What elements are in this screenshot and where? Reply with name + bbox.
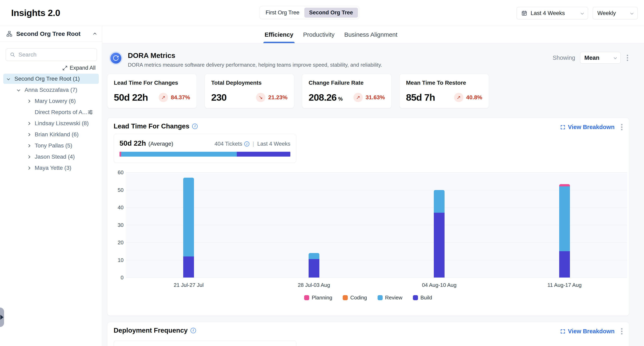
view-breakdown-link[interactable]: View Breakdown — [560, 328, 614, 335]
collapse-sidebar-chevron-up-icon[interactable] — [93, 33, 96, 36]
dora-menu-button[interactable] — [626, 53, 630, 62]
bar-segment-build[interactable] — [183, 256, 194, 278]
tree-item[interactable]: Second Org Tree Root (1) — [3, 74, 99, 84]
legend-label: Review — [385, 295, 402, 301]
chevron-down-icon — [614, 56, 617, 59]
trend-delta: 40.8% — [466, 94, 482, 101]
bar-segment-planning[interactable] — [559, 184, 570, 186]
org-tree-toggle-option[interactable]: Second Org Tree — [304, 8, 358, 18]
sliders-icon[interactable] — [88, 109, 93, 117]
tree-item[interactable]: Brian Kirkland (6) — [3, 130, 99, 140]
tree-item[interactable]: Anna Scozzafava (7) — [3, 85, 99, 95]
trend-up-arrow-icon: ↗ — [159, 93, 168, 102]
tab-productivity[interactable]: Productivity — [302, 26, 336, 43]
calendar-icon — [521, 10, 527, 16]
tree-item-label: Tony Pallas (5) — [35, 142, 72, 149]
tab-label: Business Alignment — [344, 31, 398, 38]
gridline — [126, 242, 627, 243]
bar-segment-review[interactable] — [183, 178, 194, 256]
metric-unit: % — [338, 96, 343, 102]
tree-item[interactable]: Maya Yette (3) — [3, 163, 99, 173]
gridline — [126, 207, 627, 208]
deployment-frequency-panel: Deployment Frequency i View Breakdown — [107, 322, 629, 346]
legend-item-planning[interactable]: Planning — [304, 295, 332, 301]
y-axis-tick-label: 0 — [107, 274, 124, 281]
tree-item[interactable]: Tony Pallas (5) — [3, 141, 99, 151]
org-tree: Second Org Tree Root (1)Anna Scozzafava … — [3, 74, 99, 174]
tab-efficiency[interactable]: Efficiency — [264, 26, 294, 43]
tree-item-label: Lindsay Liszewski (8) — [35, 120, 89, 127]
tree-item[interactable]: Direct Reports of A... — [3, 107, 99, 117]
metric-card: Total Deployments230↘21.23% — [204, 74, 294, 108]
legend-item-coding[interactable]: Coding — [343, 295, 367, 301]
date-range-dropdown[interactable]: Last 4 Weeks — [516, 7, 588, 19]
tree-item[interactable]: Jason Stead (4) — [3, 152, 99, 162]
chevron-right-icon[interactable] — [27, 99, 30, 103]
tab-bar: EfficiencyProductivityBusiness Alignment — [102, 26, 644, 43]
bar-segment-review[interactable] — [434, 190, 444, 213]
metric-card-value-row: 85d 7h↗40.8% — [406, 92, 482, 103]
dora-section-title: DORA Metrics — [128, 51, 175, 60]
org-tree-toggle-option[interactable]: First Org Tree — [261, 8, 304, 18]
x-axis-tick-label: 04 Aug-10 Aug — [376, 282, 502, 288]
metric-card-title: Change Failure Rate — [308, 80, 385, 86]
legend-item-build[interactable]: Build — [413, 295, 432, 301]
tree-item-label: Mary Lowery (6) — [35, 98, 76, 104]
metric-card-value-row: 230↘21.23% — [211, 92, 288, 103]
y-axis-tick-label: 10 — [107, 257, 124, 263]
tree-item-label: Brian Kirkland (6) — [35, 131, 78, 138]
org-tree-icon — [6, 31, 12, 37]
page-title: Insights 2.0 — [11, 8, 60, 18]
aggregation-dropdown[interactable]: Mean — [580, 52, 621, 64]
dora-metrics-icon — [109, 51, 122, 65]
chevron-right-icon[interactable] — [27, 144, 30, 147]
chevron-right-icon[interactable] — [27, 166, 30, 170]
dora-section-subtitle: DORA metrics measure software delivery p… — [128, 62, 382, 68]
expand-all-button[interactable]: Expand All — [62, 65, 96, 71]
metric-value: 230 — [211, 92, 226, 103]
chevron-down-icon — [581, 11, 584, 14]
tab-business-alignment[interactable]: Business Alignment — [344, 26, 398, 43]
chevron-right-icon[interactable] — [27, 133, 30, 136]
legend-swatch — [378, 295, 383, 300]
caret-right-icon — [0, 315, 4, 320]
tree-item[interactable]: Mary Lowery (6) — [3, 96, 99, 106]
tab-label: Productivity — [303, 31, 334, 38]
sidebar-collapse-handle[interactable] — [0, 308, 4, 327]
sidebar-title: Second Org Tree Root — [16, 30, 90, 37]
deployment-menu-button[interactable] — [620, 327, 624, 336]
info-icon[interactable]: i — [190, 328, 196, 333]
legend-item-review[interactable]: Review — [378, 295, 402, 301]
bar-segment-build[interactable] — [308, 259, 319, 278]
chevron-down-icon[interactable] — [17, 88, 20, 91]
y-axis-tick-label: 50 — [107, 187, 124, 193]
metric-card-title: Mean Time To Restore — [406, 80, 482, 86]
gridline — [126, 190, 627, 190]
bar-segment-build[interactable] — [559, 251, 570, 278]
bar-segment-review[interactable] — [308, 253, 319, 259]
chevron-right-icon[interactable] — [27, 122, 30, 125]
active-tab-underline — [263, 42, 294, 43]
granularity-dropdown[interactable]: Weekly — [593, 7, 638, 19]
expand-arrows-icon — [62, 65, 68, 71]
bar-segment-review[interactable] — [559, 186, 570, 251]
showing-label: Showing — [553, 54, 575, 61]
trend-down-arrow-icon: ↘ — [256, 93, 266, 102]
metric-value: 50d 22h — [114, 92, 148, 103]
legend-swatch — [304, 295, 309, 300]
y-axis-tick-label: 40 — [107, 204, 124, 211]
chevron-right-icon[interactable] — [27, 155, 30, 159]
metric-value: 208.26% — [308, 92, 343, 103]
bar-segment-build[interactable] — [434, 213, 444, 278]
trend-up-arrow-icon: ↗ — [354, 93, 363, 102]
aggregation-value: Mean — [584, 54, 614, 61]
legend-label: Build — [420, 295, 432, 301]
insights-dashboard: Insights 2.0 First Org TreeSecond Org Tr… — [0, 0, 644, 346]
y-axis-tick-label: 20 — [107, 239, 124, 246]
search-input[interactable] — [18, 51, 93, 58]
chart-legend: PlanningCodingReviewBuild — [107, 295, 629, 301]
sidebar-header: Second Org Tree Root — [0, 26, 102, 42]
chevron-down-icon[interactable] — [7, 77, 10, 80]
tree-item[interactable]: Lindsay Liszewski (8) — [3, 118, 99, 128]
gridline — [126, 278, 627, 278]
